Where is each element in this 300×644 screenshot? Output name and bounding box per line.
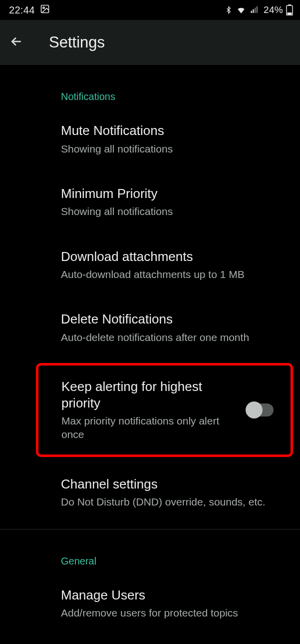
row-subtitle: Max priority notifications only alert on…: [61, 414, 241, 442]
row-title: Mute Notifications: [61, 122, 285, 139]
row-keep-alerting-highest-priority[interactable]: Keep alerting for highest priority Max p…: [36, 363, 293, 457]
row-dark-mode[interactable]: Dark mode: [0, 634, 300, 644]
page-title: Settings: [49, 34, 105, 52]
status-bar: 22:44 24%: [0, 0, 300, 20]
bluetooth-icon: [225, 5, 233, 15]
signal-icon: [250, 6, 260, 14]
svg-rect-8: [288, 12, 292, 15]
row-mute-notifications[interactable]: Mute Notifications Showing all notificat…: [0, 108, 300, 170]
row-title: Minimum Priority: [61, 186, 285, 202]
row-title: Keep alerting for highest priority: [61, 378, 241, 411]
row-manage-users[interactable]: Manage Users Add/remove users for protec…: [0, 572, 300, 635]
svg-rect-3: [253, 10, 254, 14]
svg-rect-5: [257, 6, 258, 14]
row-title: Manage Users: [61, 587, 285, 604]
status-battery-pct: 24%: [264, 4, 283, 16]
settings-content: Notifications Mute Notifications Showing…: [0, 65, 300, 644]
screenshot-icon: [40, 4, 50, 16]
row-channel-settings[interactable]: Channel settings Do Not Disturb (DND) ov…: [0, 461, 300, 524]
row-title: Delete Notifications: [61, 311, 285, 328]
toggle-keep-alerting[interactable]: [247, 404, 274, 416]
row-title: Download attachments: [61, 248, 285, 265]
row-subtitle: Auto-delete notifications after one mont…: [61, 330, 285, 344]
back-icon[interactable]: [9, 34, 24, 51]
app-bar: Settings: [0, 20, 300, 65]
row-subtitle: Showing all notifications: [61, 142, 285, 156]
row-subtitle: Add/remove users for protected topics: [61, 606, 285, 620]
svg-rect-2: [251, 11, 252, 14]
row-subtitle: Showing all notifications: [61, 204, 285, 218]
row-subtitle: Auto-download attachments up to 1 MB: [61, 268, 285, 281]
row-minimum-priority[interactable]: Minimum Priority Showing all notificatio…: [0, 170, 300, 234]
section-header-notifications: Notifications: [0, 65, 300, 108]
row-title: Channel settings: [61, 476, 285, 492]
row-delete-notifications[interactable]: Delete Notifications Auto-delete notific…: [0, 296, 300, 359]
row-subtitle: Do Not Disturb (DND) override, sounds, e…: [61, 495, 285, 508]
svg-point-1: [42, 6, 44, 8]
battery-icon: [286, 4, 293, 16]
wifi-icon: [236, 5, 247, 15]
status-time: 22:44: [9, 4, 35, 16]
section-header-general: General: [0, 530, 300, 572]
row-download-attachments[interactable]: Download attachments Auto-download attac…: [0, 234, 300, 296]
svg-rect-4: [255, 8, 256, 14]
toggle-knob: [246, 402, 263, 418]
